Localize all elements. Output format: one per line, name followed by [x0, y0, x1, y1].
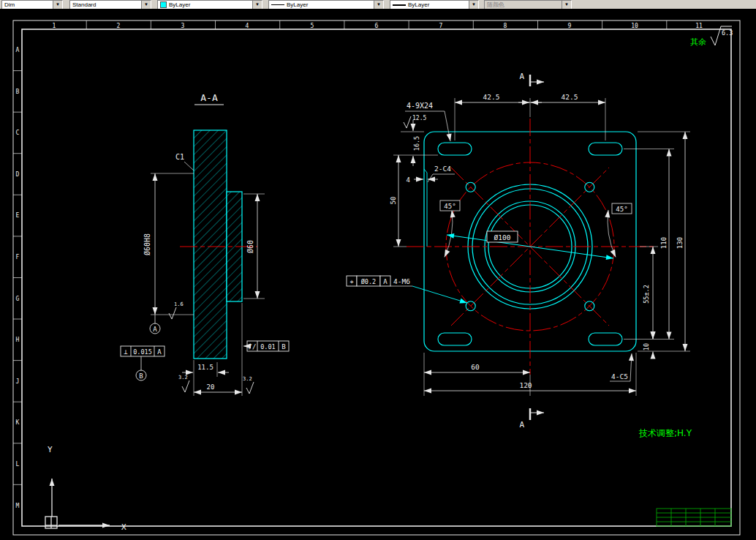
width-dim: 20 [207, 383, 215, 391]
color-value: ByLayer [169, 1, 190, 8]
fcf-perp-symbol: ⊥ [124, 348, 128, 356]
lineweight-sample-icon [393, 4, 406, 6]
bore-dia-dim: Ø60H8 [143, 233, 151, 255]
chevron-down-icon[interactable]: ▼ [53, 1, 62, 9]
fcf-pos-tol: Ø0.2 [361, 278, 376, 285]
zone-number: 5 [311, 23, 314, 29]
slot-roughness: 12.5 [412, 115, 426, 121]
linetype-value: ByLayer [287, 1, 308, 8]
zone-letter: H [16, 337, 20, 343]
color-swatch-icon [160, 1, 167, 8]
fcf-parallelism: // 0.01 B [247, 341, 289, 351]
fcf-perpendicularity: ⊥ 0.015 A [121, 346, 165, 356]
sixty-dim: 60 [471, 363, 480, 371]
bore-dim-lines [151, 173, 194, 315]
roughness-value: 3.2 [178, 375, 188, 380]
zone-letter: C [16, 130, 20, 136]
angle-dims: 45° 45° [440, 200, 632, 257]
angle-right: 45° [616, 206, 627, 213]
zone-number: 8 [504, 23, 507, 29]
text-style-value: Standard [72, 1, 96, 8]
zone-number: 9 [568, 23, 572, 29]
zone-letter: B [16, 89, 20, 95]
fcf-pos-symbol: ⌖ [349, 278, 353, 285]
zone-letter: M [16, 503, 20, 509]
width-dim: 120 [519, 381, 532, 389]
ucs-icon: Y X [45, 445, 126, 532]
edge-dim: 16.5 [413, 136, 420, 151]
chevron-down-icon[interactable]: ▼ [252, 1, 262, 9]
zone-number: 4 [246, 23, 249, 29]
slot-pitch-dim: 110 [660, 237, 668, 249]
bolt-circle-dim: Ø100 [494, 233, 511, 241]
model-space-canvas[interactable]: A B C D E F G H J K L M 1 2 3 4 5 6 7 8 [0, 9, 756, 540]
chevron-down-icon[interactable]: ▼ [469, 1, 478, 9]
thread-callout: 4-M6 [393, 277, 410, 285]
fcf-perp-tol: 0.015 [133, 348, 152, 356]
ucs-x-label: X [121, 522, 126, 532]
zone-number: 1 [53, 23, 56, 29]
section-cut-marks: A A [519, 72, 544, 430]
dim-style-value: Dim [4, 1, 15, 8]
zone-letter: G [16, 296, 20, 302]
chamfer-label: C1 [175, 153, 184, 161]
rest-surfaces-label: 其余 [690, 37, 706, 47]
zone-letter: K [16, 419, 20, 426]
zone-number: 11 [695, 23, 703, 29]
zone-letter: L [16, 461, 20, 468]
thickness-dim: 11.5 [197, 364, 213, 371]
ucs-y-label: Y [48, 445, 53, 454]
rest-roughness-value: 6.3 [722, 29, 733, 37]
general-notes: 其余 6.3 技术调整;H.Y [638, 26, 733, 438]
bore-chamfer-callout: 2-C4 [434, 165, 451, 173]
chevron-down-icon: ▼ [562, 1, 571, 9]
pitch-dim-right: 42.5 [562, 93, 578, 101]
section-mark-bottom: A [519, 420, 524, 430]
roughness-value: 1.6 [174, 301, 184, 307]
zone-letter: D [16, 171, 20, 178]
section-view: A-A C1 Ø60H8 Ø60 A [121, 92, 289, 396]
ten-dim: 10 [643, 343, 650, 350]
zone-number: 6 [375, 23, 379, 29]
lineweight-value: ByLayer [408, 1, 429, 8]
datum-a-label: A [153, 326, 157, 333]
hub-dia-dim: Ø60 [246, 240, 254, 253]
roughness-symbol [404, 116, 411, 128]
zone-letter: E [16, 212, 20, 219]
chevron-down-icon[interactable]: ▼ [374, 1, 383, 9]
fcf-par-datum: B [281, 343, 285, 350]
zone-ticks [13, 20, 667, 484]
corner-chamfer-callout: 4-C5 [611, 372, 628, 380]
fcf-par-tol: 0.01 [260, 343, 275, 350]
section-mark-top: A [519, 72, 524, 81]
roughness-value: 3.2 [243, 376, 252, 382]
section-title: A-A [200, 92, 218, 103]
zone-letter: A [16, 47, 20, 53]
height-dim: 130 [676, 237, 684, 249]
linetype-sample-icon [271, 4, 284, 5]
zone-number: 2 [117, 23, 121, 29]
signature-note: 技术调整;H.Y [638, 428, 692, 438]
fcf-position: ⌖ Ø0.2 A [347, 276, 390, 286]
flange-plate-section [194, 130, 227, 359]
fifty-dim: 50 [390, 197, 397, 205]
plot-style-value: 随颜色 [487, 1, 504, 9]
zone-letter: J [16, 378, 20, 385]
fcf-pos-datum: A [383, 278, 388, 285]
drawing-svg[interactable]: A B C D E F G H J K L M 1 2 3 4 5 6 7 8 [0, 9, 756, 540]
pitch-dim-left: 42.5 [483, 93, 500, 101]
zone-number: 10 [631, 23, 638, 29]
zone-labels: A B C D E F G H J K L M 1 2 3 4 5 6 7 8 [16, 23, 703, 510]
zone-number: 7 [439, 23, 443, 29]
angle-left: 45° [444, 203, 456, 210]
zone-number: 3 [181, 23, 185, 29]
slot-callout: 4-9X24 [407, 102, 433, 110]
cad-application-window: Dim ▼ Standard ▼ ByLayer ▼ ByLayer ▼ ByL… [0, 0, 756, 540]
title-block [657, 509, 731, 526]
fcf-par-symbol: // [249, 343, 257, 350]
zone-letter: F [16, 254, 20, 260]
datum-b-label: B [139, 372, 143, 380]
fcf-perp-datum: A [157, 348, 162, 356]
plan-view: A A 42.5 42.5 4-9X24 12.5 [347, 72, 690, 430]
chevron-down-icon[interactable]: ▼ [141, 1, 151, 9]
